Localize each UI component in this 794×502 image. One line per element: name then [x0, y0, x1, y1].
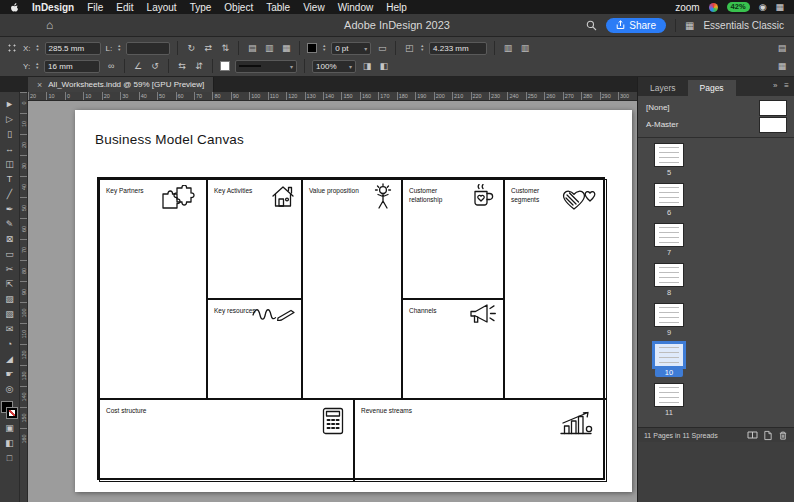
cell-customer-relationship[interactable]: Customer relationship	[402, 179, 504, 299]
horizontal-ruler[interactable]: 2010010203040506070809010011012013014015…	[28, 92, 637, 101]
selection-tool[interactable]: ►	[2, 97, 18, 112]
stroke-color-swatch[interactable]	[307, 43, 317, 53]
overprint-icon[interactable]: ◧	[378, 60, 390, 73]
page-item-5[interactable]: 5	[638, 144, 794, 184]
page-thumbnail[interactable]	[655, 224, 683, 246]
rectangle-frame-tool[interactable]: ⊠	[2, 232, 18, 247]
l-field[interactable]	[126, 42, 170, 55]
battery-indicator[interactable]: 42%	[727, 2, 750, 12]
page-item-11[interactable]: 11	[638, 384, 794, 424]
cell-customer-segments[interactable]: Customer segments	[504, 179, 607, 399]
direct-selection-tool[interactable]: ▷	[2, 112, 18, 127]
menu-object[interactable]: Object	[224, 2, 253, 13]
page-item-8[interactable]: 8	[638, 264, 794, 304]
pencil-tool[interactable]: ✎	[2, 217, 18, 232]
align-center-icon[interactable]: ▥	[263, 42, 275, 55]
share-button[interactable]: Share	[606, 18, 666, 33]
control-center-icon[interactable]: ◉	[759, 2, 767, 12]
corner-options-icon[interactable]: ◰	[403, 42, 415, 55]
menu-file[interactable]: File	[87, 2, 103, 13]
line-tool[interactable]: ╱	[2, 187, 18, 202]
page-thumbnail[interactable]	[655, 184, 683, 206]
gradient-feather-tool[interactable]: ▧	[2, 307, 18, 322]
distribute-h-icon[interactable]: ⇆	[176, 60, 188, 73]
reference-point-proxy[interactable]	[6, 42, 18, 54]
scissors-tool[interactable]: ✂	[2, 262, 18, 277]
flip-horizontal-icon[interactable]: ⇄	[202, 42, 214, 55]
vertical-ruler[interactable]: 0102030405060708090100110120130140150160	[20, 92, 28, 502]
content-collector-tool[interactable]: ◫	[2, 157, 18, 172]
page-item-6[interactable]: 6	[638, 184, 794, 224]
l-stepper[interactable]: ▲▼	[117, 44, 121, 52]
shear-icon[interactable]: ∠	[132, 60, 144, 73]
align-left-icon[interactable]: ▤	[246, 42, 258, 55]
page-thumbnail[interactable]	[655, 264, 683, 286]
corner-stepper[interactable]: ▲▼	[420, 44, 424, 52]
new-page-icon[interactable]	[763, 430, 773, 441]
menu-help[interactable]: Help	[386, 2, 407, 13]
home-icon[interactable]: ⌂	[46, 18, 53, 32]
corner-radius-field[interactable]: 4.233 mm	[429, 42, 487, 55]
document-tab[interactable]: × All_Worksheets.indd @ 59% [GPU Preview…	[28, 77, 214, 92]
zoom-tool[interactable]: ◎	[2, 382, 18, 397]
rotate-icon[interactable]: ↻	[185, 42, 197, 55]
apple-logo-icon[interactable]	[10, 2, 19, 13]
search-icon[interactable]	[586, 20, 597, 31]
pen-tool[interactable]: ✒	[2, 202, 18, 217]
preview-mode-icon[interactable]: ◨	[361, 60, 373, 73]
menu-zoom[interactable]: zoom	[675, 2, 699, 13]
y-position-field[interactable]: 16 mm	[44, 60, 100, 73]
constrain-link-icon[interactable]: ∞	[105, 60, 117, 73]
zoom-level-select[interactable]: 100%▾	[312, 60, 356, 73]
master-item-a-master[interactable]: A-Master	[638, 116, 794, 133]
stroke-type-icon[interactable]: ▭	[376, 42, 388, 55]
cell-cost-structure[interactable]: Cost structure	[99, 399, 354, 482]
page-thumbnail[interactable]	[655, 144, 683, 166]
gutter-icon[interactable]: ▥	[519, 42, 531, 55]
app-status-icon[interactable]	[709, 3, 718, 12]
apply-color-button[interactable]: ◧	[2, 436, 18, 451]
type-tool[interactable]: T	[2, 172, 18, 187]
menubar-extras-icon[interactable]: ▦	[775, 2, 784, 12]
rotate-90-icon[interactable]: ↺	[149, 60, 161, 73]
menu-view[interactable]: View	[303, 2, 325, 13]
fill-color-swatch[interactable]	[220, 61, 230, 71]
stroke-weight-select[interactable]: 0 pt▾	[331, 42, 371, 55]
stroke-swatch[interactable]	[7, 408, 17, 418]
workspace-switcher[interactable]: Essentials Classic	[703, 20, 784, 31]
workspace-grid-icon[interactable]: ▦	[685, 20, 694, 31]
stroke-style-select[interactable]: ▾	[235, 60, 297, 73]
page-thumbnail[interactable]	[655, 384, 683, 406]
align-right-icon[interactable]: ▦	[280, 42, 292, 55]
tab-pages[interactable]: Pages	[688, 80, 736, 96]
menu-type[interactable]: Type	[190, 2, 212, 13]
document-page[interactable]: Business Model Canvas Key Partners Key A…	[75, 110, 632, 492]
page-item-10[interactable]: 10	[638, 344, 794, 384]
formatting-container-button[interactable]: ▣	[2, 421, 18, 436]
hand-tool[interactable]: ☛	[2, 367, 18, 382]
delete-page-icon[interactable]	[778, 430, 788, 441]
page-thumbnail[interactable]	[655, 304, 683, 326]
x-stepper[interactable]: ▲▼	[36, 44, 40, 52]
cell-revenue-streams[interactable]: Revenue streams	[354, 399, 607, 482]
gap-tool[interactable]: ↔	[2, 142, 18, 157]
screen-mode-button[interactable]: □	[2, 451, 18, 466]
rectangle-tool[interactable]: ▭	[2, 247, 18, 262]
master-item-none[interactable]: [None]	[638, 99, 794, 116]
panel-options-icon[interactable]: ▤	[776, 42, 788, 55]
color-theme-tool[interactable]: ◔	[2, 337, 18, 352]
stroke-weight-stepper[interactable]: ▲▼	[322, 44, 326, 52]
menu-app-name[interactable]: InDesign	[32, 2, 74, 13]
page-item-9[interactable]: 9	[638, 304, 794, 344]
y-stepper[interactable]: ▲▼	[35, 62, 39, 70]
columns-icon[interactable]: ▥	[502, 42, 514, 55]
gradient-swatch-tool[interactable]: ▨	[2, 292, 18, 307]
menu-edit[interactable]: Edit	[116, 2, 133, 13]
close-tab-icon[interactable]: ×	[37, 80, 42, 90]
cell-key-partners[interactable]: Key Partners	[99, 179, 207, 399]
menu-layout[interactable]: Layout	[147, 2, 177, 13]
note-tool[interactable]: ✉	[2, 322, 18, 337]
eyedropper-tool[interactable]: ◢	[2, 352, 18, 367]
x-position-field[interactable]: 285.5 mm	[45, 42, 101, 55]
page-item-7[interactable]: 7	[638, 224, 794, 264]
